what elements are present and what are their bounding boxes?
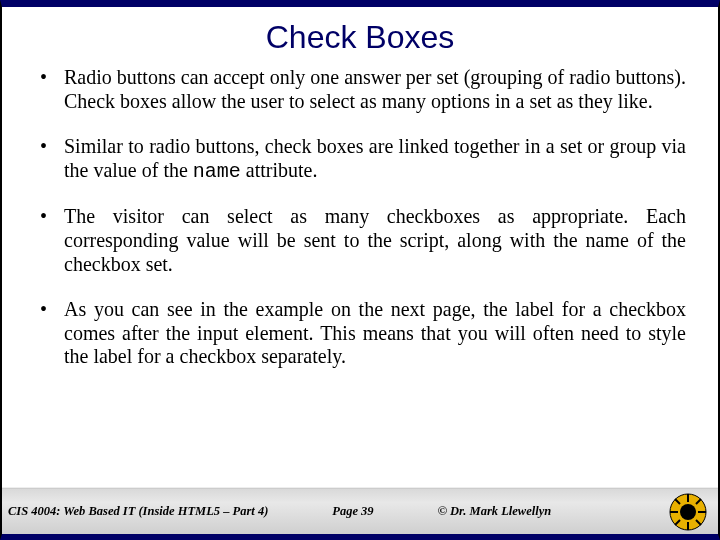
- code-text: name: [193, 160, 241, 183]
- slide-content: Radio buttons can accept only one answer…: [2, 66, 718, 488]
- bullet-item: The visitor can select as many checkboxe…: [34, 205, 686, 276]
- bullet-text: attribute.: [241, 159, 318, 181]
- bullet-item: Radio buttons can accept only one answer…: [34, 66, 686, 113]
- bullet-item: Similar to radio buttons, check boxes ar…: [34, 135, 686, 183]
- footer-author: © Dr. Mark Llewellyn: [438, 504, 552, 519]
- svg-point-1: [680, 504, 696, 520]
- bullet-item: As you can see in the example on the nex…: [34, 298, 686, 369]
- bullet-list: Radio buttons can accept only one answer…: [34, 66, 686, 369]
- footer-course: CIS 4004: Web Based IT (Inside HTML5 – P…: [8, 504, 268, 519]
- bullet-text: Similar to radio buttons, check boxes ar…: [64, 135, 686, 181]
- footer-bar: CIS 4004: Web Based IT (Inside HTML5 – P…: [2, 488, 718, 534]
- page-title: Check Boxes: [2, 19, 718, 56]
- ucf-logo-icon: [668, 492, 708, 532]
- footer-page: Page 39: [332, 504, 373, 519]
- slide: Check Boxes Radio buttons can accept onl…: [0, 0, 720, 540]
